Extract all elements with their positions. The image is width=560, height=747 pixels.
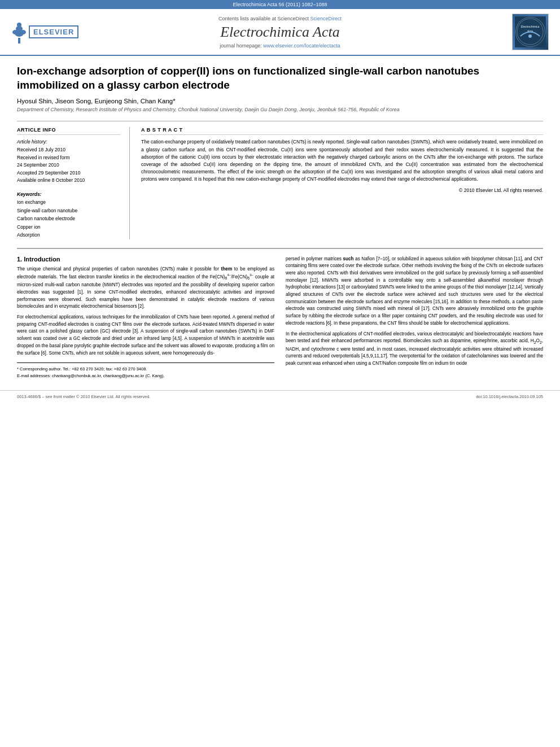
history-label: Article history:	[17, 139, 47, 145]
article-history: Article history: Received 18 July 2010 R…	[17, 138, 121, 185]
journal-title: Electrochimica Acta	[56, 24, 504, 41]
bottom-bar: 0013-4686/$ – see front matter © 2010 El…	[0, 390, 560, 401]
main-content: Ion-exchange adsorption of copper(II) io…	[0, 56, 560, 387]
keywords-section: Keywords: Ion exchange Single-wall carbo…	[17, 190, 121, 239]
top-bar: Electrochimica Acta 56 (2011) 1082–1088	[0, 0, 560, 9]
abstract-text: The cation-exchange property of oxidativ…	[141, 138, 543, 183]
journal-header-center: Contents lists available at ScienceDirec…	[56, 16, 504, 49]
journal-header: ELSEVIER Contents lists available at Sci…	[0, 9, 560, 56]
keyword-4: Copper ion	[17, 223, 121, 231]
journal-homepage: journal homepage: www.elsevier.com/locat…	[56, 43, 504, 49]
journal-citation: Electrochimica Acta 56 (2011) 1082–1088	[233, 2, 327, 7]
footnotes: * Corresponding author. Tel.: +82 63 270…	[17, 362, 274, 379]
svg-text:Electrochimica: Electrochimica	[521, 25, 540, 28]
copyright: © 2010 Elsevier Ltd. All rights reserved…	[141, 187, 543, 193]
elsevier-logo: ELSEVIER	[11, 21, 56, 43]
sciencedirect-link[interactable]: ScienceDirect	[310, 16, 342, 21]
svg-rect-6	[515, 16, 546, 47]
contents-line: Contents lists available at ScienceDirec…	[56, 16, 504, 21]
journal-logo-box: Electrochimica Acta	[512, 14, 549, 50]
authors: Hyosul Shin, Jiseon Song, Eunjeong Shin,…	[17, 98, 543, 104]
article-title: Ion-exchange adsorption of copper(II) io…	[17, 64, 543, 92]
keyword-1: Ion exchange	[17, 198, 121, 206]
doi-info: doi:10.1016/j.electacta.2010.09.105	[476, 394, 543, 399]
journal-logo-svg: Electrochimica Acta	[515, 16, 546, 47]
right-col-text: persed in polymer matrices such as Nafio…	[286, 256, 543, 368]
svg-point-5	[20, 30, 26, 34]
svg-point-4	[12, 30, 18, 34]
revised-date: 24 September 2010	[17, 161, 121, 169]
issn-info: 0013-4686/$ – see front matter © 2010 El…	[17, 394, 151, 399]
keyword-5: Adsorption	[17, 231, 121, 239]
right-col: A B S T R A C T The cation-exchange prop…	[141, 127, 543, 239]
accepted-date: Accepted 29 September 2010	[17, 169, 121, 177]
received-date: Received 18 July 2010	[17, 146, 121, 154]
received-revised-label: Received in revised form	[17, 154, 121, 162]
svg-rect-0	[18, 38, 20, 43]
keywords-label: Keywords:	[17, 191, 41, 197]
body-left: 1. Introduction The unique chemical and …	[17, 256, 274, 379]
article-info-abstract-section: ARTICLE INFO Article history: Received 1…	[17, 121, 543, 239]
intro-para-1: The unique chemical and physical propert…	[17, 266, 274, 357]
svg-text:Acta: Acta	[527, 29, 533, 33]
available-date: Available online 8 October 2010	[17, 177, 121, 185]
article-info-header: ARTICLE INFO	[17, 127, 121, 135]
footnote-email: E-mail addresses: chankang@chonbuk.ac.kr…	[17, 373, 274, 379]
authors-text: Hyosul Shin, Jiseon Song, Eunjeong Shin,…	[17, 98, 176, 104]
svg-point-10	[528, 34, 532, 38]
left-col: ARTICLE INFO Article history: Received 1…	[17, 127, 130, 239]
affiliation: Department of Chemistry, Research Instit…	[17, 107, 543, 112]
svg-point-7	[517, 19, 543, 45]
svg-point-3	[17, 23, 21, 27]
body-right: persed in polymer matrices such as Nafio…	[286, 256, 543, 379]
journal-logo-right: Electrochimica Acta	[504, 14, 549, 50]
introduction-title: 1. Introduction	[17, 256, 274, 263]
elsevier-tree-icon	[11, 21, 27, 43]
footnote-corresponding: * Corresponding author. Tel.: +82 63 270…	[17, 366, 274, 372]
body-section: 1. Introduction The unique chemical and …	[17, 248, 543, 379]
keyword-3: Carbon nanotube electrode	[17, 215, 121, 222]
homepage-link[interactable]: www.elsevier.com/locate/electacta	[263, 43, 340, 49]
abstract-header: A B S T R A C T	[141, 127, 543, 135]
keyword-2: Single-wall carbon nanotube	[17, 207, 121, 215]
